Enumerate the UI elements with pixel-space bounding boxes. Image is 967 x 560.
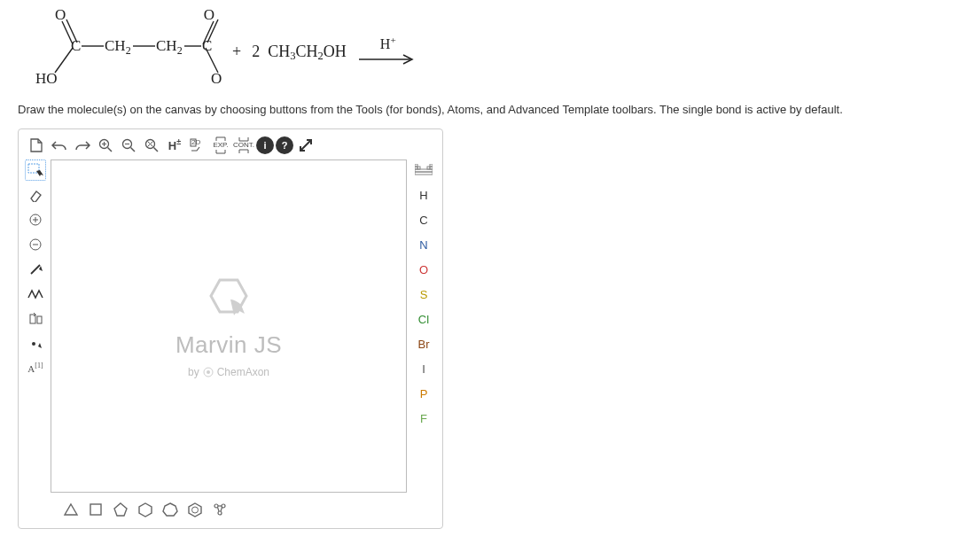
svg-text:O: O [55,9,66,23]
svg-point-62 [222,504,225,508]
svg-marker-54 [65,504,77,515]
chain-tool[interactable] [25,284,46,305]
info-button[interactable]: i [256,136,274,154]
svg-line-27 [148,142,153,147]
svg-point-25 [146,140,155,149]
svg-line-19 [108,148,113,152]
atoms-toolbar: H C N O S Cl Br I P F [409,158,439,494]
atom-N-button[interactable]: N [412,234,435,255]
svg-text:HO: HO [35,70,58,87]
zoom-in-button[interactable] [95,135,116,156]
zoom-out-button[interactable] [118,135,139,156]
rectangle-select-tool[interactable] [25,159,46,181]
reaction-arrow: H+ [357,38,419,65]
erase-tool[interactable] [25,184,46,206]
svg-text:O: O [204,9,214,23]
new-button[interactable] [26,135,47,156]
atom-O-button[interactable]: O [412,259,435,280]
charge-minus-tool[interactable] [25,234,46,255]
atom-S-button[interactable]: S [412,284,435,305]
cyclopropane-template[interactable] [61,500,81,519]
svg-line-64 [218,508,220,512]
undo-button[interactable] [49,135,70,156]
svg-rect-40 [37,316,42,323]
svg-line-26 [154,148,159,152]
instructions-text: Draw the molecule(s) on the canvas by ch… [18,103,949,116]
cycloheptane-template[interactable] [160,500,180,519]
svg-text:C: C [71,37,81,54]
redo-button[interactable] [72,135,93,156]
contract-button[interactable]: CONT. [233,135,254,156]
marvin-logo-icon [202,275,255,324]
expand-button[interactable]: EXP. [210,135,231,156]
svg-line-2 [55,48,73,73]
charge-plus-tool[interactable] [25,209,46,230]
svg-point-41 [32,342,35,346]
plus-sign: + [232,43,241,61]
more-templates-button[interactable] [210,500,230,519]
canvas-watermark-title: Marvin JS [175,331,282,359]
templates-toolbar [22,494,439,525]
svg-line-28 [148,142,153,147]
left-toolbar: A[1] [22,158,49,494]
reaction-scheme: O C CH2 CH2 C O HO OH + 2 CH3CH2OH H+ [18,9,949,94]
atom-Br-button[interactable]: Br [412,333,435,354]
svg-marker-42 [38,343,42,348]
zoom-fit-button[interactable] [141,135,162,156]
cyclobutane-template[interactable] [86,500,105,519]
svg-rect-30 [191,139,196,146]
svg-text:C: C [202,37,212,54]
radical-dot-tool[interactable] [25,333,46,354]
atom-I-button[interactable]: I [412,358,435,379]
chemaxon-icon [203,367,214,377]
abbreviation-tool[interactable]: A[1] [25,358,46,379]
svg-point-22 [123,140,132,149]
atom-C-button[interactable]: C [412,209,435,230]
svg-marker-59 [189,503,201,517]
single-bond-tool[interactable] [25,259,46,280]
svg-line-37 [31,265,40,274]
hydrogen-toggle-button[interactable]: H± [164,135,185,156]
canvas-watermark-sub: by ChemAxon [188,366,269,378]
cyclohexane-template[interactable] [136,500,155,519]
svg-point-60 [192,507,199,513]
reagent1-structure: O C CH2 CH2 C O HO OH [18,9,222,94]
atom-F-button[interactable]: F [412,408,435,429]
marvin-editor: H± 2D EXP. CONT. i ? [18,128,443,529]
drawing-canvas[interactable]: Marvin JS by ChemAxon [51,159,407,493]
atom-P-button[interactable]: P [412,383,435,404]
periodic-table-button[interactable] [412,159,435,181]
insert-text-tool[interactable] [25,308,46,330]
svg-text:OH: OH [211,70,222,87]
svg-marker-56 [114,503,127,516]
svg-marker-57 [139,503,152,517]
atom-H-button[interactable]: H [412,184,435,206]
help-button[interactable]: ? [276,136,293,154]
svg-rect-55 [90,504,101,515]
svg-text:2D: 2D [191,138,200,146]
fullscreen-button[interactable] [295,135,316,156]
svg-point-61 [214,504,218,508]
svg-rect-53 [415,172,433,175]
svg-text:CH2: CH2 [156,37,183,57]
top-toolbar: H± 2D EXP. CONT. i ? [22,133,439,158]
svg-point-45 [207,370,210,374]
svg-marker-58 [163,503,177,516]
svg-point-63 [218,511,222,515]
cyclopentane-template[interactable] [111,500,130,519]
atom-Cl-button[interactable]: Cl [412,308,435,330]
svg-line-65 [221,508,222,512]
clean2d-button[interactable]: 2D [187,135,208,156]
svg-point-18 [100,140,109,149]
svg-text:CH2: CH2 [105,37,131,57]
reagent2: 2 CH3CH2OH [252,43,347,61]
svg-line-23 [131,148,136,152]
svg-marker-38 [39,266,43,271]
benzene-template[interactable] [185,500,205,519]
